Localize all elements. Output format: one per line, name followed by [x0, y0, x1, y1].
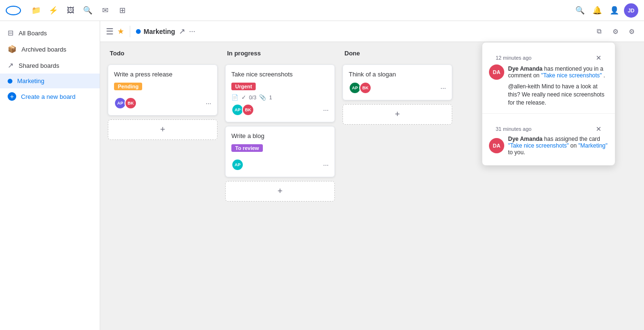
sidebar-item-label: Shared boards: [19, 62, 59, 69]
sidebar-item-label: Archived boards: [21, 46, 66, 53]
check-icon: ✓: [241, 94, 246, 101]
board-header: ☰ ★ Marketing ↗ ··· ⧉ ⚙ ⚙: [100, 21, 644, 42]
card-meta: 📄 ✓ 0/3 📎 1: [231, 94, 329, 101]
marketing-dot: [8, 79, 12, 84]
board-color-dot: [136, 29, 141, 34]
user-avatar[interactable]: JD: [624, 3, 638, 18]
sidebar-item-label: All Boards: [19, 30, 47, 37]
column-todo: Todo Write a press release Pending AP BK…: [108, 50, 218, 140]
avatar-teal: AP: [231, 159, 244, 171]
notif-header-2: DA Dye Amanda has assigned the card "Tak…: [489, 136, 608, 156]
column-inprogress: In progress Take nice screenshots Urgent…: [225, 50, 335, 202]
card-title: Take nice screenshots: [231, 71, 329, 78]
plus-icon: +: [160, 125, 166, 135]
files-icon[interactable]: 📁: [29, 3, 44, 18]
main-layout: ⊟ All Boards 📦 Archived boards ↗ Shared …: [0, 21, 644, 330]
search-right-icon[interactable]: 🔍: [572, 3, 588, 18]
header-divider: [130, 26, 130, 37]
sidebar-item-label: Marketing: [17, 77, 44, 85]
card-think-slogan[interactable]: Think of a slogan AP BK ···: [343, 64, 452, 100]
notif-message-1: Dye Amanda has mentioned you in a commen…: [508, 65, 608, 79]
column-inprogress-header: In progress: [225, 50, 335, 61]
card-badge-toreview: To review: [231, 144, 263, 152]
image-icon[interactable]: 🖼: [63, 3, 78, 18]
archived-icon: 📦: [8, 45, 17, 53]
card-checklist-count: 0/3: [249, 95, 256, 100]
sidebar-item-marketing[interactable]: Marketing ···: [0, 74, 100, 88]
sidebar: ⊟ All Boards 📦 Archived boards ↗ Shared …: [0, 21, 100, 330]
header-right-icons: ⧉ ⚙ ⚙: [592, 25, 638, 38]
sidebar-item-label: Create a new board: [21, 93, 75, 100]
card-footer: AP BK ···: [231, 104, 329, 116]
notif-time-row-1: 12 minutes ago ✕: [489, 49, 608, 64]
notification-panel: 12 minutes ago ✕ DA Dye Amanda has menti…: [482, 42, 615, 166]
card-title: Write a blog: [231, 132, 329, 139]
menu-toggle-icon[interactable]: ☰: [106, 26, 114, 37]
attach-icon: 📎: [259, 94, 266, 101]
card-write-press-release[interactable]: Write a press release Pending AP BK ···: [108, 64, 218, 116]
add-card-done[interactable]: +: [343, 104, 452, 125]
star-icon[interactable]: ★: [117, 27, 124, 36]
card-avatars: AP: [231, 159, 244, 171]
notif-close-2[interactable]: ✕: [596, 125, 602, 133]
topnav-right: 🔍 🔔 👤 JD: [572, 3, 638, 18]
card-footer: AP BK ···: [114, 97, 211, 109]
card-attach-count: 1: [269, 95, 272, 100]
sidebar-item-create-board[interactable]: + Create a new board: [0, 88, 100, 105]
sidebar-item-shared-boards[interactable]: ↗ Shared boards: [0, 57, 100, 74]
notif-header-1: DA Dye Amanda has mentioned you in a com…: [489, 64, 608, 80]
copy-icon[interactable]: ⧉: [592, 25, 606, 38]
mail-icon[interactable]: ✉: [97, 3, 113, 18]
all-boards-icon: ⊟: [8, 29, 14, 37]
card-avatars: AP BK: [231, 104, 254, 116]
card-take-screenshots[interactable]: Take nice screenshots Urgent 📄 ✓ 0/3 📎 1…: [225, 64, 335, 122]
notif-avatar-2: DA: [489, 138, 504, 153]
card-badge-pending: Pending: [114, 83, 142, 90]
add-card-inprogress[interactable]: +: [225, 181, 335, 202]
sidebar-item-all-boards[interactable]: ⊟ All Boards: [0, 25, 100, 41]
notif-avatar-1: DA: [489, 64, 504, 80]
notif-time-row-2: 31 minutes ago ✕: [489, 120, 608, 136]
card-more-icon[interactable]: ···: [440, 84, 446, 92]
notif-close-1[interactable]: ✕: [596, 54, 602, 62]
bolt-icon[interactable]: ⚡: [46, 3, 61, 18]
notif-body-1: @allen-keith Mind to have a look at this…: [489, 83, 608, 106]
board-title: Marketing: [144, 28, 175, 35]
grid-icon[interactable]: ⊞: [114, 3, 130, 18]
filter-icon[interactable]: ⚙: [609, 25, 622, 38]
sidebar-item-archived-boards[interactable]: 📦 Archived boards: [0, 41, 100, 57]
card-title: Think of a slogan: [349, 71, 446, 78]
card-write-blog[interactable]: Write a blog To review AP ···: [225, 126, 335, 177]
column-todo-header: Todo: [108, 50, 218, 61]
card-avatars: AP BK: [114, 97, 137, 109]
notif-message-2: Dye Amanda has assigned the card "Take n…: [508, 136, 608, 156]
logo-shape: [6, 6, 21, 15]
board-name-section: Marketing: [136, 28, 175, 35]
doc-icon: 📄: [231, 94, 239, 101]
search-icon[interactable]: 🔍: [80, 3, 95, 18]
avatar-pink: BK: [242, 104, 254, 116]
create-board-add-icon: +: [8, 92, 16, 101]
card-more-icon[interactable]: ···: [323, 161, 329, 169]
board-options-icon[interactable]: ···: [189, 27, 195, 36]
card-footer: AP ···: [231, 159, 329, 171]
board-area: ☰ ★ Marketing ↗ ··· ⧉ ⚙ ⚙ Todo W: [100, 21, 644, 330]
topnav: 📁 ⚡ 🖼 🔍 ✉ ⊞ 🔍 🔔 👤 JD: [0, 0, 644, 21]
card-more-icon[interactable]: ···: [206, 99, 211, 107]
column-done-header: Done: [343, 50, 452, 61]
add-card-todo[interactable]: +: [108, 119, 218, 140]
card-footer: AP BK ···: [349, 82, 446, 94]
notif-time-1: 12 minutes ago: [496, 55, 531, 61]
share-icon[interactable]: ↗: [179, 27, 185, 36]
card-more-icon[interactable]: ···: [323, 106, 329, 114]
plus-icon: +: [278, 186, 283, 196]
settings-icon[interactable]: ⚙: [625, 25, 638, 38]
card-badge-urgent: Urgent: [231, 83, 256, 90]
avatar-bk: BK: [125, 97, 137, 109]
user-help-icon[interactable]: 👤: [607, 3, 622, 18]
notification-item-1: 12 minutes ago ✕ DA Dye Amanda has menti…: [482, 43, 615, 114]
app-logo: [6, 5, 23, 16]
shared-icon: ↗: [8, 61, 14, 70]
notification-bell-icon[interactable]: 🔔: [590, 3, 605, 18]
plus-icon: +: [395, 109, 400, 119]
